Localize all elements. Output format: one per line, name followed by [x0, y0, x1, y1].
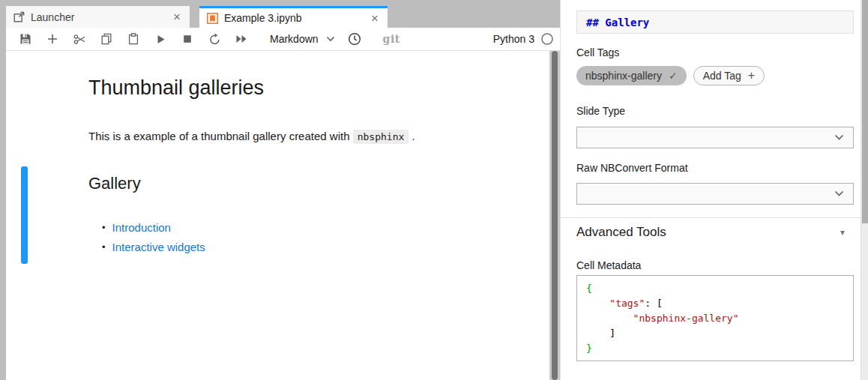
- cell-metadata-label: Cell Metadata: [576, 259, 641, 271]
- chevron-down-icon: [834, 190, 844, 197]
- check-icon: ✓: [669, 70, 678, 82]
- copy-cells-button[interactable]: [97, 30, 115, 48]
- tab-bar: Launcher × Example 3.ipynb ×: [6, 0, 560, 28]
- kernel-status-icon: [540, 32, 554, 46]
- scrollbar-thumb[interactable]: [552, 51, 558, 380]
- selected-cell-indicator[interactable]: [21, 166, 28, 264]
- add-tag-label: Add Tag: [703, 70, 741, 82]
- interrupt-kernel-button[interactable]: [178, 30, 196, 48]
- tab-notebook[interactable]: Example 3.ipynb ×: [199, 6, 388, 28]
- metadata-line: ]: [586, 326, 844, 341]
- close-icon[interactable]: ×: [172, 10, 182, 23]
- markdown-h2: Gallery: [88, 174, 141, 193]
- notebook-toolbar: Markdown git Python 3: [6, 28, 560, 51]
- main-dock-panel: Launcher × Example 3.ipynb ×: [6, 0, 560, 380]
- cell-tags-list: nbsphinx-gallery ✓ Add Tag +: [576, 66, 765, 85]
- cell-type-value: Markdown: [270, 33, 319, 45]
- cut-cells-button[interactable]: [70, 30, 88, 48]
- launcher-icon: [13, 11, 25, 22]
- tab-launcher-label: Launcher: [31, 11, 172, 23]
- property-inspector-panel: ## Gallery Cell Tags nbsphinx-gallery ✓ …: [560, 0, 868, 380]
- markdown-paragraph: This is a example of a thumbnail gallery…: [88, 130, 415, 142]
- run-cell-button[interactable]: [151, 30, 169, 48]
- metadata-line: }: [586, 341, 844, 356]
- chevron-down-icon: [326, 36, 335, 42]
- tab-launcher[interactable]: Launcher ×: [6, 6, 190, 28]
- list-item: • Interactive widgets: [102, 237, 205, 256]
- cell-metadata-editor[interactable]: { "tags": [ "nbsphinx-gallery" ] }: [576, 275, 854, 361]
- cell-type-dropdown[interactable]: Markdown: [270, 33, 335, 45]
- notebook-content: Thumbnail galleries This is a example of…: [6, 51, 549, 380]
- slide-type-select[interactable]: [576, 127, 854, 148]
- restart-kernel-button[interactable]: [205, 30, 223, 48]
- insert-cell-button[interactable]: [43, 30, 61, 48]
- jupyterlab-window: Launcher × Example 3.ipynb ×: [0, 0, 868, 380]
- clock-icon[interactable]: [346, 30, 364, 48]
- git-status-label: git: [383, 33, 400, 45]
- close-icon[interactable]: ×: [370, 12, 380, 25]
- gallery-link-list: • Introduction • Interactive widgets: [102, 217, 205, 256]
- tab-notebook-label: Example 3.ipynb: [224, 12, 370, 24]
- paragraph-period: .: [412, 130, 415, 142]
- tag-label: nbsphinx-gallery: [585, 70, 662, 82]
- cell-tags-label: Cell Tags: [576, 46, 619, 58]
- advanced-tools-header[interactable]: Advanced Tools ▾: [576, 225, 854, 240]
- advanced-tools-label: Advanced Tools: [576, 225, 840, 240]
- add-tag-button[interactable]: Add Tag +: [693, 66, 765, 85]
- inline-code: nbsphinx: [353, 130, 409, 144]
- paragraph-text: This is a example of a thumbnail gallery…: [88, 130, 350, 142]
- run-all-cells-button[interactable]: [232, 30, 250, 48]
- bullet-icon: •: [102, 222, 106, 233]
- scrollbar-thumb[interactable]: [862, 0, 868, 223]
- plus-icon: +: [748, 69, 755, 82]
- section-divider: [561, 217, 861, 218]
- save-button[interactable]: [16, 30, 34, 48]
- link-interactive-widgets[interactable]: Interactive widgets: [112, 241, 205, 253]
- slide-type-label: Slide Type: [576, 105, 625, 117]
- raw-nbconvert-format-select[interactable]: [576, 183, 854, 205]
- left-panel-edge: [0, 0, 6, 380]
- cell-source-text: ## Gallery: [586, 16, 649, 28]
- kernel-indicator[interactable]: Python 3: [493, 32, 554, 46]
- panel-scrollbar[interactable]: [861, 0, 868, 380]
- list-item: • Introduction: [102, 217, 205, 237]
- metadata-line: "nbsphinx-gallery": [586, 311, 844, 326]
- metadata-line: "tags": [: [586, 296, 844, 311]
- notebook-scrollbar[interactable]: [549, 51, 560, 380]
- paste-cells-button[interactable]: [124, 30, 142, 48]
- raw-nbconvert-format-label: Raw NBConvert Format: [576, 162, 688, 174]
- chevron-down-icon: [834, 134, 844, 141]
- caret-down-icon: ▾: [840, 227, 845, 238]
- cell-source-preview[interactable]: ## Gallery: [576, 10, 854, 34]
- bullet-icon: •: [102, 241, 106, 253]
- kernel-name: Python 3: [493, 33, 534, 45]
- notebook-icon: [207, 13, 218, 24]
- tag-chip-nbsphinx-gallery[interactable]: nbsphinx-gallery ✓: [576, 66, 687, 85]
- link-introduction[interactable]: Introduction: [112, 221, 171, 234]
- metadata-line: {: [586, 281, 844, 296]
- markdown-h1: Thumbnail galleries: [88, 76, 264, 100]
